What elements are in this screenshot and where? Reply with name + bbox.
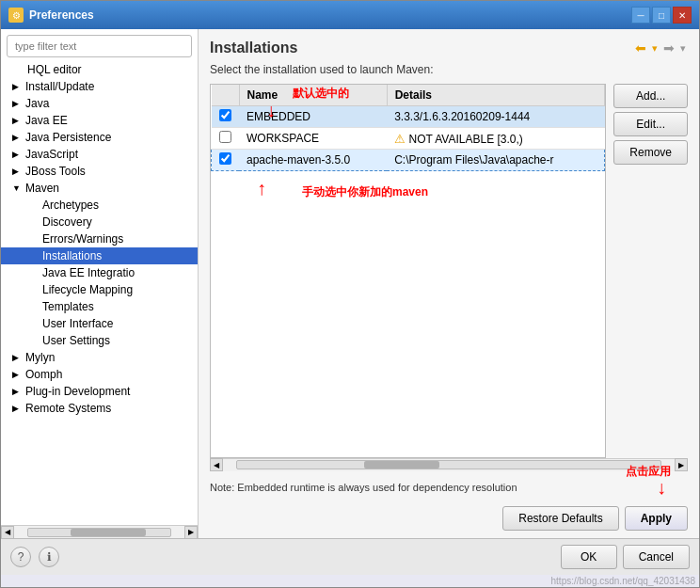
name-col-header: Name (239, 85, 387, 106)
info-button[interactable]: ℹ (39, 547, 59, 567)
help-button[interactable]: ? (10, 547, 31, 567)
remote-systems-label: Remote Systems (25, 402, 111, 415)
sidebar-item-maven[interactable]: ▼ Maven (1, 180, 198, 197)
sidebar-item-java[interactable]: ▶ Java (1, 95, 198, 112)
install-update-label: Install/Update (25, 80, 94, 93)
java-ee-integration-label: Java EE Integratio (42, 266, 135, 279)
embedded-details: 3.3.3/1.6.3.20160209-1444 (387, 106, 605, 128)
left-panel: HQL editor ▶ Install/Update ▶ Java ▶ (1, 29, 199, 538)
preferences-window: ⚙ Preferences ─ □ ✕ HQL editor ▶ (0, 0, 700, 588)
table-row[interactable]: EMBEDDED 3.3.3/1.6.3.20160209-1444 (212, 106, 605, 128)
java-persistence-label: Java Persistence (25, 131, 111, 144)
details-col-header: Details (387, 85, 605, 106)
expand-arrow: ▶ (12, 150, 22, 159)
note-text: Note: Embedded runtime is always used fo… (210, 482, 517, 493)
row-checkbox-cell (212, 150, 240, 171)
apache-maven-name: apache-maven-3.5.0 (239, 150, 387, 171)
user-interface-label: User Interface (42, 317, 113, 330)
expand-arrow: ▶ (12, 82, 22, 91)
left-scrollbar[interactable]: ◀ ▶ (1, 525, 198, 538)
scroll-thumb[interactable] (71, 529, 146, 536)
bottom-left-icons: ? ℹ (10, 547, 59, 567)
add-button[interactable]: Add... (613, 84, 688, 108)
javascript-label: JavaScript (25, 148, 78, 161)
window-controls: ─ □ ✕ (631, 7, 692, 24)
table-section: Name Details EMBEDDED (210, 84, 688, 458)
cancel-button[interactable]: Cancel (623, 545, 690, 569)
workspace-checkbox[interactable] (219, 131, 231, 143)
expand-arrow: ▶ (12, 167, 22, 176)
sidebar-item-user-settings[interactable]: User Settings (1, 332, 198, 349)
sidebar-item-user-interface[interactable]: User Interface (1, 315, 198, 332)
discovery-label: Discovery (42, 215, 92, 229)
checkbox-col (212, 85, 240, 106)
embedded-checkbox[interactable] (219, 109, 231, 121)
minimize-button[interactable]: ─ (631, 7, 650, 24)
scroll-left-btn[interactable]: ◀ (210, 458, 223, 471)
action-button-row: Restore Defaults Apply (210, 501, 688, 531)
window-icon: ⚙ (8, 8, 24, 23)
row-checkbox-cell (212, 128, 240, 150)
h-scroll-thumb[interactable] (364, 461, 439, 469)
sidebar-item-jboss-tools[interactable]: ▶ JBoss Tools (1, 163, 198, 180)
scroll-right-arrow[interactable]: ▶ (184, 526, 198, 539)
close-button[interactable]: ✕ (673, 7, 692, 24)
table-horizontal-scrollbar[interactable]: ◀ ▶ (210, 458, 688, 471)
restore-defaults-button[interactable]: Restore Defaults (502, 506, 618, 531)
bottom-right-buttons: OK Cancel (561, 545, 690, 569)
sidebar-item-javascript[interactable]: ▶ JavaScript (1, 146, 198, 163)
nav-back-button[interactable]: ⬅ (633, 39, 648, 57)
mylyn-label: Mylyn (25, 351, 55, 364)
ok-button[interactable]: OK (561, 545, 617, 569)
scroll-track[interactable] (27, 528, 171, 537)
row-checkbox-cell (212, 106, 240, 128)
workspace-name: WORKSPACE (239, 128, 387, 150)
edit-button[interactable]: Edit... (613, 112, 688, 136)
nav-forward-dropdown-button[interactable]: ▾ (678, 40, 688, 56)
sidebar-item-hql-editor[interactable]: HQL editor (1, 61, 198, 78)
expand-arrow: ▼ (12, 183, 22, 193)
table-row[interactable]: WORKSPACE ⚠ NOT AVAILABLE [3.0,) (212, 128, 605, 150)
sidebar-item-java-ee-integration[interactable]: Java EE Integratio (1, 264, 198, 281)
sidebar-item-errors-warnings[interactable]: Errors/Warnings (1, 230, 198, 247)
h-scroll-track[interactable] (236, 460, 661, 469)
table-row[interactable]: apache-maven-3.5.0 C:\Program Files\Java… (212, 150, 605, 171)
nav-dropdown-button[interactable]: ▾ (650, 40, 660, 56)
sidebar-item-mylyn[interactable]: ▶ Mylyn (1, 349, 198, 366)
sidebar-item-java-persistence[interactable]: ▶ Java Persistence (1, 129, 198, 146)
help-icon: ? (18, 550, 24, 564)
java-label: Java (25, 97, 49, 110)
archetypes-label: Archetypes (42, 199, 99, 212)
sidebar-item-installations[interactable]: Installations (1, 247, 198, 264)
expand-arrow: ▶ (12, 404, 22, 413)
panel-description: Select the installation used to launch M… (210, 63, 688, 76)
header-row: Name Details (212, 85, 605, 106)
errors-warnings-label: Errors/Warnings (42, 232, 123, 246)
expand-arrow: ▶ (12, 387, 22, 396)
sidebar-item-install-update[interactable]: ▶ Install/Update (1, 78, 198, 95)
scroll-right-btn[interactable]: ▶ (675, 458, 688, 471)
expand-arrow: ▶ (12, 370, 22, 379)
apache-maven-checkbox[interactable] (219, 152, 231, 165)
workspace-details: ⚠ NOT AVAILABLE [3.0,) (387, 128, 605, 150)
sidebar-item-remote-systems[interactable]: ▶ Remote Systems (1, 400, 198, 417)
sidebar-item-oomph[interactable]: ▶ Oomph (1, 366, 198, 383)
sidebar-item-archetypes[interactable]: Archetypes (1, 197, 198, 214)
filter-input[interactable] (7, 35, 192, 57)
sidebar-item-lifecycle-mapping[interactable]: Lifecycle Mapping (1, 281, 198, 298)
table-body: EMBEDDED 3.3.3/1.6.3.20160209-1444 WORKS… (212, 106, 605, 171)
apply-button[interactable]: Apply (625, 506, 688, 531)
hql-editor-label: HQL editor (27, 63, 82, 76)
sidebar-item-plugin-development[interactable]: ▶ Plug-in Development (1, 383, 198, 400)
remove-button[interactable]: Remove (613, 140, 688, 165)
sidebar-item-discovery[interactable]: Discovery (1, 214, 198, 230)
sidebar-item-templates[interactable]: Templates (1, 298, 198, 315)
window-title: Preferences (29, 8, 94, 22)
sidebar-item-java-ee[interactable]: ▶ Java EE (1, 112, 198, 129)
title-bar: ⚙ Preferences ─ □ ✕ (1, 1, 699, 29)
maximize-button[interactable]: □ (652, 7, 671, 24)
nav-forward-button[interactable]: ➡ (661, 39, 676, 57)
expand-arrow: ▶ (12, 133, 22, 142)
scroll-left-arrow[interactable]: ◀ (1, 526, 14, 539)
oomph-label: Oomph (25, 368, 62, 381)
